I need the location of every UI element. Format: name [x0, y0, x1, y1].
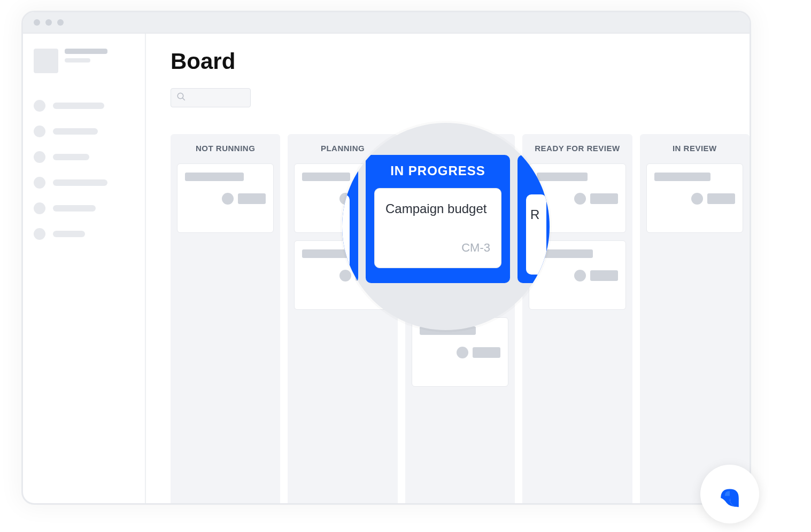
board-column: IN REVIEW	[640, 134, 750, 503]
project-avatar	[34, 49, 58, 73]
card-assignee-avatar	[691, 193, 703, 205]
sidebar-item[interactable]	[34, 151, 134, 163]
card-title-placeholder	[302, 173, 350, 181]
card-key-placeholder	[590, 270, 618, 281]
magnified-card-id: CM-3	[385, 241, 490, 255]
sidebar-item-label-placeholder	[53, 154, 89, 160]
column-header: NOT RUNNING	[177, 144, 274, 153]
sidebar-item-label-placeholder	[53, 231, 85, 237]
column-header: READY FOR REVIEW	[529, 144, 625, 153]
window-titlebar	[23, 12, 750, 34]
svg-line-1	[182, 98, 185, 100]
sidebar-item[interactable]	[34, 228, 134, 240]
search-icon	[176, 92, 186, 104]
magnified-column-header: IN PROGRESS	[374, 163, 501, 178]
board-card[interactable]	[646, 163, 743, 233]
sidebar-item-icon	[34, 100, 45, 112]
magnified-column: IN PROGRESS Campaign budget CM-3	[366, 155, 510, 283]
card-assignee-avatar	[222, 193, 234, 205]
magnified-card-title: Campaign budget	[385, 201, 490, 216]
sidebar-item-label-placeholder	[53, 179, 107, 186]
sidebar-item[interactable]	[34, 202, 134, 214]
sidebar-item[interactable]	[34, 100, 134, 112]
sidebar-item-label-placeholder	[53, 205, 96, 212]
board-column: NOT RUNNING	[171, 134, 280, 503]
column-header: IN REVIEW	[646, 144, 743, 153]
card-key-placeholder	[473, 347, 500, 358]
window-control-dot[interactable]	[57, 19, 64, 26]
svg-point-0	[177, 93, 183, 99]
card-assignee-avatar	[574, 270, 586, 281]
search-input[interactable]	[171, 88, 251, 107]
window-control-dot[interactable]	[45, 19, 52, 26]
sidebar-item[interactable]	[34, 177, 134, 189]
sidebar-item-icon	[34, 202, 45, 214]
sidebar-item-label-placeholder	[53, 128, 98, 135]
sidebar-item[interactable]	[34, 126, 134, 137]
card-title-placeholder	[185, 173, 244, 181]
brand-logo-badge	[700, 465, 759, 523]
sidebar-item-icon	[34, 228, 45, 240]
card-title-placeholder	[654, 173, 710, 181]
brand-logo-icon	[715, 478, 745, 510]
sidebar-project-header[interactable]	[34, 49, 134, 73]
sidebar-item-icon	[34, 151, 45, 163]
page-title: Board	[171, 49, 750, 74]
card-key-placeholder	[238, 193, 266, 204]
magnified-adjacent-card-text: R	[530, 207, 542, 222]
sidebar	[23, 34, 146, 503]
card-title-placeholder	[537, 173, 588, 181]
card-assignee-avatar	[457, 347, 468, 358]
magnifier-lens: IN PROGRESS Campaign budget CM-3 R	[342, 123, 550, 330]
card-key-placeholder	[707, 193, 735, 204]
magnified-card[interactable]: Campaign budget CM-3	[374, 188, 501, 268]
window-control-dot[interactable]	[34, 19, 40, 26]
card-assignee-avatar	[574, 193, 586, 205]
project-type-placeholder	[65, 58, 90, 62]
sidebar-item-icon	[34, 126, 45, 137]
sidebar-item-label-placeholder	[53, 103, 104, 109]
card-key-placeholder	[590, 193, 618, 204]
card-assignee-avatar	[339, 270, 351, 281]
sidebar-item-icon	[34, 177, 45, 189]
board-card[interactable]	[177, 163, 274, 233]
project-name-placeholder	[65, 49, 107, 54]
